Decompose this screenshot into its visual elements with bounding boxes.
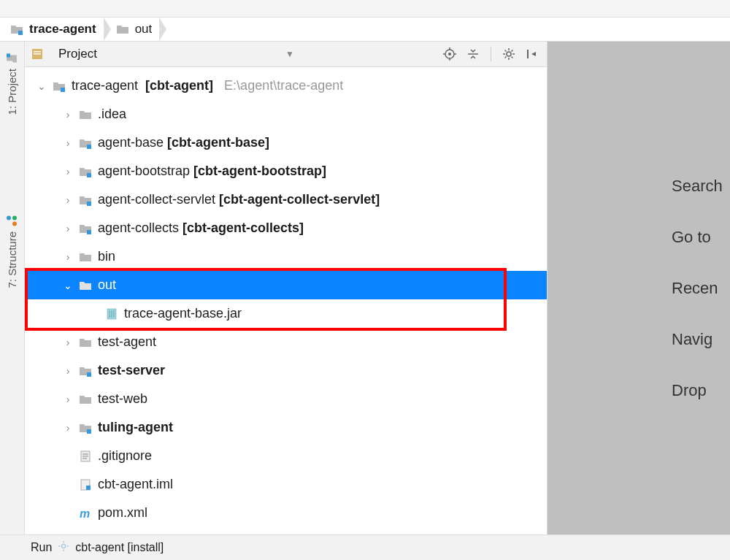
run-tab-label[interactable]: Run (31, 541, 52, 554)
folder-module-icon (10, 23, 23, 36)
bottom-tool-bar: Run cbt-agent [install] (0, 534, 730, 560)
panel-header: Project ▼ (25, 42, 547, 67)
main-toolbar (0, 0, 730, 18)
tree-row[interactable]: ›tuling-agent (25, 413, 547, 442)
project-tree[interactable]: ⌄ trace-agent [cbt-agent] E:\agent\trace… (25, 67, 547, 534)
tree-item-label: agent-collects [cbt-agent-collects] (98, 220, 304, 236)
tree-item-label: out (98, 277, 116, 293)
tree-root-row[interactable]: ⌄ trace-agent [cbt-agent] E:\agent\trace… (25, 72, 547, 100)
tip-text: Drop (672, 381, 707, 400)
run-config-label[interactable]: cbt-agent [install] (75, 541, 164, 554)
svg-point-3 (7, 216, 12, 220)
locate-icon[interactable] (441, 45, 458, 63)
tree-row[interactable]: ›.idea (25, 100, 547, 129)
svg-line-22 (505, 57, 507, 58)
tree-item-label: test-agent (98, 334, 156, 350)
tree-item-label: trace-agent-base.jar (124, 306, 242, 321)
tree-item-label: pom.xml (98, 505, 147, 521)
tree-item-label: .idea (98, 107, 126, 122)
tree-row[interactable]: ›bin (25, 242, 547, 271)
tool-window-tab-project[interactable]: 1: Project (4, 45, 20, 122)
tree-row[interactable]: ›agent-bootstrap [cbt-agent-bootstrap] (25, 157, 547, 185)
svg-point-43 (62, 544, 66, 548)
svg-rect-6 (34, 51, 41, 53)
collapse-all-icon[interactable] (464, 45, 482, 63)
tree-arrow-icon[interactable]: › (61, 108, 74, 121)
tree-arrow-icon[interactable]: › (61, 336, 74, 349)
svg-rect-35 (87, 429, 91, 434)
tip-text: Recen (672, 279, 718, 298)
panel-title[interactable]: Project (55, 47, 97, 61)
svg-rect-0 (18, 31, 23, 35)
svg-rect-41 (86, 486, 91, 490)
tip-text: Navig (672, 330, 712, 349)
tree-row[interactable]: ›agent-base [cbt-agent-base] (25, 129, 547, 157)
tree-row[interactable]: cbt-agent.iml (25, 470, 547, 499)
tree-arrow-icon[interactable]: › (61, 193, 74, 207)
tree-item-label: agent-collect-servlet [cbt-agent-collect… (98, 192, 380, 207)
tree-row[interactable]: .gitignore (25, 442, 547, 470)
tree-item-label: agent-base [cbt-agent-base] (98, 135, 269, 150)
project-view-icon (31, 47, 44, 61)
gear-icon (58, 540, 69, 555)
tree-row[interactable]: trace-agent-base.jar (25, 299, 547, 328)
folder-module-icon (53, 80, 66, 93)
tree-row[interactable]: ⌄out (25, 271, 547, 299)
tree-item-label: bin (98, 249, 115, 264)
breadcrumb-item-root[interactable]: trace-agent (6, 18, 104, 41)
left-tool-strip: 1: Project 7: Structure (0, 42, 25, 534)
tool-tab-label: 7: Structure (6, 231, 18, 288)
tree-item-label: test-web (98, 391, 147, 407)
breadcrumb-label: out (135, 22, 153, 37)
svg-line-23 (512, 50, 513, 52)
breadcrumb: trace-agent out (0, 18, 730, 42)
tree-item-label: trace-agent [cbt-agent] E:\agent\trace-a… (72, 78, 343, 93)
tip-text: Go to (672, 228, 711, 247)
tool-window-tab-structure[interactable]: 7: Structure (4, 208, 20, 296)
tree-row[interactable]: ›test-web (25, 385, 547, 413)
tree-row[interactable]: ›agent-collects [cbt-agent-collects] (25, 214, 547, 242)
breadcrumb-item-out[interactable]: out (104, 18, 160, 41)
structure-icon (7, 215, 18, 227)
svg-rect-34 (87, 372, 91, 377)
tool-tab-label: 1: Project (6, 69, 18, 115)
svg-line-21 (512, 57, 513, 58)
svg-rect-26 (87, 145, 91, 149)
tree-arrow-icon[interactable]: › (61, 137, 74, 150)
svg-point-9 (448, 53, 451, 55)
folder-icon (116, 23, 129, 36)
tip-text: Search (672, 177, 723, 196)
main-area: 1: Project 7: Structure Project ▼ (0, 42, 730, 534)
svg-text:m: m (80, 507, 90, 520)
tree-item-label: .gitignore (98, 448, 152, 464)
tree-arrow-icon[interactable]: › (61, 222, 74, 235)
editor-empty-state: Search Go to Recen Navig Drop (548, 42, 730, 534)
svg-rect-7 (34, 53, 41, 55)
folder-icon (7, 53, 18, 64)
tree-item-label: tuling-agent (98, 420, 173, 435)
hide-icon[interactable] (523, 45, 541, 63)
tree-arrow-icon[interactable]: › (61, 421, 74, 434)
tree-row[interactable]: mpom.xml (25, 499, 547, 527)
tree-arrow-icon[interactable]: › (61, 250, 74, 264)
tree-item-label: cbt-agent.iml (98, 477, 173, 492)
tree-row[interactable]: ›agent-collect-servlet [cbt-agent-collec… (25, 185, 547, 214)
tree-row[interactable]: ›test-agent (25, 328, 547, 356)
svg-rect-27 (87, 173, 91, 177)
chevron-down-icon[interactable]: ▼ (285, 49, 294, 59)
svg-rect-25 (61, 88, 65, 92)
svg-point-2 (13, 222, 18, 226)
svg-point-15 (507, 52, 511, 56)
chevron-down-icon[interactable]: ⌄ (35, 80, 48, 93)
tree-arrow-icon[interactable]: › (61, 165, 74, 178)
tree-arrow-icon[interactable]: › (61, 364, 74, 377)
svg-point-4 (13, 216, 18, 220)
svg-rect-1 (7, 53, 11, 57)
svg-rect-28 (87, 202, 91, 206)
tree-arrow-icon[interactable]: › (61, 393, 74, 406)
tree-arrow-icon[interactable]: ⌄ (61, 279, 74, 292)
svg-line-20 (505, 50, 507, 52)
tree-item-label: agent-bootstrap [cbt-agent-bootstrap] (98, 164, 326, 179)
gear-icon[interactable] (500, 45, 518, 63)
tree-row[interactable]: ›test-server (25, 356, 547, 385)
